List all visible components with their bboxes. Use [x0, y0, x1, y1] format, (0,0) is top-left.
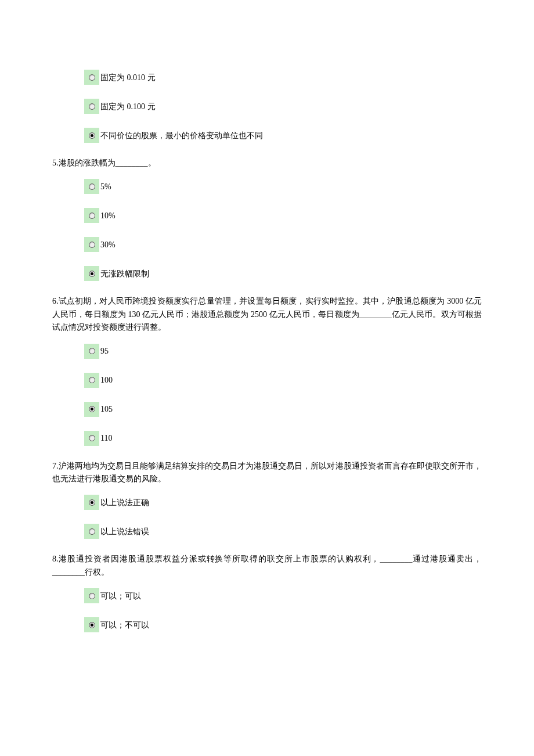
q6-option-3-label: 105	[100, 403, 113, 416]
radio-button[interactable]	[84, 344, 99, 359]
q6-option-2-label: 100	[100, 374, 113, 387]
q5-option-4-label: 无涨跌幅限制	[100, 268, 149, 281]
radio-icon	[89, 377, 95, 383]
q4-option-1-label: 固定为 0.010 元	[100, 71, 156, 85]
q5-option-2-label: 10%	[100, 210, 116, 223]
radio-button[interactable]	[84, 237, 99, 252]
radio-button[interactable]	[84, 373, 99, 388]
radio-icon	[89, 132, 95, 139]
radio-icon	[89, 499, 95, 506]
q6-option-4: 110	[84, 431, 482, 446]
radio-button[interactable]	[84, 208, 99, 223]
radio-icon	[89, 622, 95, 628]
radio-button[interactable]	[84, 524, 99, 539]
q4-option-1: 固定为 0.010 元	[84, 70, 482, 85]
radio-button[interactable]	[84, 70, 99, 85]
radio-icon	[89, 348, 95, 354]
radio-button[interactable]	[84, 128, 99, 143]
q7-option-1-label: 以上说法正确	[100, 496, 149, 510]
radio-button[interactable]	[84, 179, 99, 194]
q4-option-3-label: 不同价位的股票，最小的价格变动单位也不同	[100, 129, 263, 143]
radio-icon	[89, 435, 95, 441]
radio-button[interactable]	[84, 617, 99, 632]
radio-icon	[89, 103, 95, 110]
radio-icon	[89, 406, 95, 412]
q7-option-2-label: 以上说法错误	[100, 525, 149, 539]
q7-option-1: 以上说法正确	[84, 495, 482, 510]
q5-option-1: 5%	[84, 179, 482, 194]
q8-option-2: 可以；不可以	[84, 617, 482, 632]
radio-icon	[89, 242, 95, 248]
radio-icon	[89, 213, 95, 219]
q6-text: 6.试点初期，对人民币跨境投资额度实行总量管理，并设置每日额度，实行实时监控。其…	[52, 295, 482, 334]
q5-text: 5.港股的涨跌幅为________。	[52, 157, 482, 170]
q5-option-4: 无涨跌幅限制	[84, 266, 482, 281]
radio-icon	[89, 183, 95, 190]
q7-option-2: 以上说法错误	[84, 524, 482, 539]
radio-icon	[89, 271, 95, 277]
q8-text: 8.港股通投资者因港股通股票权益分派或转换等所取得的联交所上市股票的认购权利，_…	[52, 553, 482, 579]
q6-option-3: 105	[84, 402, 482, 417]
q5-option-3: 30%	[84, 237, 482, 252]
q8-option-1-label: 可以；可以	[100, 590, 141, 603]
radio-icon	[89, 74, 95, 81]
q6-option-1-label: 95	[100, 345, 109, 358]
q6-option-4-label: 110	[100, 432, 112, 445]
q4-option-2-label: 固定为 0.100 元	[100, 100, 156, 114]
q4-option-3: 不同价位的股票，最小的价格变动单位也不同	[84, 128, 482, 143]
q8-option-1: 可以；可以	[84, 588, 482, 603]
radio-button[interactable]	[84, 99, 99, 114]
q8-option-2-label: 可以；不可以	[100, 619, 149, 632]
radio-icon	[89, 528, 95, 535]
q6-option-2: 100	[84, 373, 482, 388]
q7-text: 7.沪港两地均为交易日且能够满足结算安排的交易日才为港股通交易日，所以对港股通投…	[52, 460, 482, 486]
radio-button[interactable]	[84, 266, 99, 281]
q4-option-2: 固定为 0.100 元	[84, 99, 482, 114]
q5-option-2: 10%	[84, 208, 482, 223]
radio-button[interactable]	[84, 402, 99, 417]
radio-icon	[89, 593, 95, 599]
radio-button[interactable]	[84, 431, 99, 446]
radio-button[interactable]	[84, 495, 99, 510]
q5-option-1-label: 5%	[100, 181, 111, 194]
q5-option-3-label: 30%	[100, 239, 116, 252]
q6-option-1: 95	[84, 344, 482, 359]
radio-button[interactable]	[84, 588, 99, 603]
